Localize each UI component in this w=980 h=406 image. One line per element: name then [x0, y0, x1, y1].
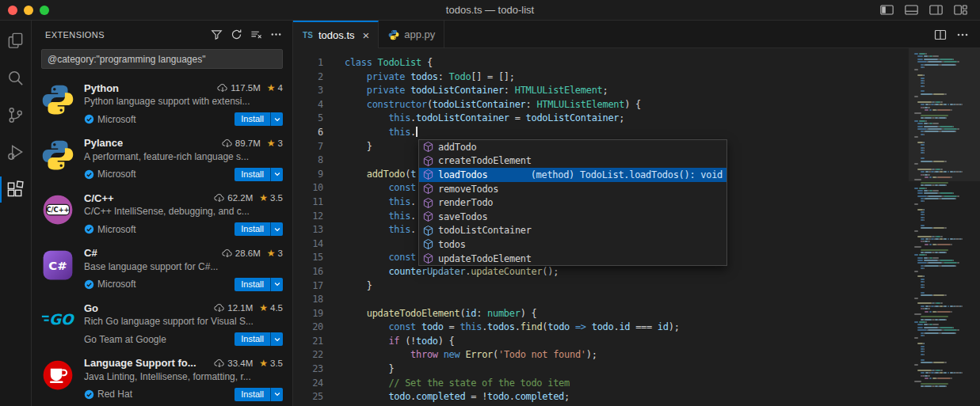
views-and-more-actions-button[interactable] [268, 26, 284, 43]
chevron-down-icon [273, 390, 281, 398]
install-dropdown-button[interactable] [270, 388, 283, 401]
suggestion-loadTodos[interactable]: loadTodos(method) TodoList.loadTodos(): … [419, 168, 726, 182]
line-content: updateTodoElement(id: number) { [323, 307, 536, 321]
extension-footer-row: MicrosoftInstall [84, 112, 283, 127]
line-content: const [323, 251, 416, 265]
install-button[interactable]: Install [235, 332, 270, 346]
toggle-secondary-sidebar-button[interactable] [929, 4, 943, 16]
line-content: } [323, 279, 372, 294]
debug-icon [6, 143, 25, 161]
extension-title-row: Language Support fo...33.4M★3.5 [84, 356, 283, 370]
more-actions-button[interactable] [956, 28, 969, 41]
suggestion-saveTodos[interactable]: saveTodos [419, 210, 726, 224]
sidebar-title: EXTENSIONS [45, 30, 208, 40]
line-content: const [323, 181, 416, 195]
install-button[interactable]: Install [235, 112, 270, 126]
line-content: this. [323, 223, 416, 237]
minimap-line [914, 383, 978, 385]
activity-bar-item-extensions[interactable] [0, 171, 31, 208]
toggle-primary-sidebar-button[interactable] [880, 4, 894, 16]
install-dropdown-button[interactable] [270, 168, 283, 181]
method-icon [422, 252, 434, 264]
extension-name: Language Support fo... [84, 357, 196, 369]
customize-layout-button[interactable] [954, 4, 967, 16]
refresh-icon [231, 28, 242, 40]
suggestion-label: todos [438, 239, 466, 250]
install-dropdown-button[interactable] [270, 332, 283, 346]
minimap-line [914, 354, 978, 355]
line-number: 19 [293, 307, 323, 321]
ellipsis-icon [956, 28, 969, 41]
extension-footer-row: MicrosoftInstall [84, 167, 283, 182]
refresh-button[interactable] [228, 26, 245, 43]
suggestion-createTodoElement[interactable]: createTodoElement [419, 154, 726, 169]
activity-bar-item-explorer[interactable] [0, 22, 31, 59]
install-button[interactable]: Install [235, 168, 270, 181]
line-number: 4 [293, 98, 323, 112]
extension-stats: 12.1M★4.5 [209, 302, 283, 313]
minimap-line [914, 184, 978, 186]
extension-row[interactable]: Pylance89.7M★3A performant, feature-rich… [32, 130, 292, 185]
suggestion-removeTodos[interactable]: removeTodos [419, 182, 726, 196]
install-button[interactable]: Install [235, 278, 270, 291]
extension-details: Pylance89.7M★3A performant, feature-rich… [84, 136, 283, 185]
minimap-line [914, 316, 978, 317]
extension-row[interactable]: C#C#28.6M★3Base language support for C#.… [32, 240, 292, 295]
minimap-line [914, 257, 978, 259]
tab-app-py[interactable]: app.py [379, 21, 444, 48]
suggestion-renderTodo[interactable]: renderTodo [419, 195, 726, 210]
tab-todos-ts[interactable]: TStodos.ts× [293, 21, 379, 48]
suggestion-label: addTodo [438, 142, 476, 153]
minimap-line [914, 254, 978, 256]
close-window-button[interactable] [8, 6, 17, 15]
extension-row[interactable]: GOGo12.1M★4.5Rich Go language support fo… [32, 294, 292, 350]
install-dropdown-button[interactable] [270, 222, 283, 236]
code-line: 22 throw new Error('Todo not found'); [293, 348, 980, 362]
extension-search-box[interactable] [41, 49, 283, 69]
split-editor-button[interactable] [934, 28, 947, 41]
editor-body[interactable]: 1class TodoList {2 private todos: Todo[]… [293, 48, 980, 406]
chevron-down-icon [273, 116, 281, 123]
install-dropdown-button[interactable] [270, 278, 283, 291]
suggestion-todos[interactable]: todos [419, 237, 726, 252]
extension-row[interactable]: Python117.5M★4Python language support wi… [32, 74, 292, 130]
star-icon: ★ [259, 358, 268, 369]
filter-extensions-button[interactable] [208, 26, 225, 43]
tab-close-button[interactable]: × [363, 29, 370, 41]
suggestion-updateTodoElement[interactable]: updateTodoElement [419, 252, 726, 266]
go-logo: GO [41, 303, 74, 336]
extension-name: Pylance [84, 137, 123, 149]
extension-search-input[interactable] [42, 54, 282, 65]
extension-row[interactable]: C/C++C/C++62.2M★3.5C/C++ IntelliSense, d… [32, 184, 292, 240]
minimap-line [914, 294, 978, 296]
install-button[interactable]: Install [235, 222, 270, 236]
install-button[interactable]: Install [235, 388, 270, 401]
code-line: 4 constructor(todoListContainer: HTMLULi… [293, 98, 980, 112]
clear-extension-search-results-button[interactable] [248, 26, 265, 43]
extension-title-row: C#28.6M★3 [84, 246, 283, 260]
line-content: } [323, 362, 394, 377]
line-content [323, 237, 345, 252]
install-dropdown-button[interactable] [270, 112, 283, 126]
rating-value: 4.5 [270, 303, 283, 313]
minimap-line [914, 335, 978, 336]
method-icon [422, 155, 434, 167]
suggestion-addTodo[interactable]: addTodo [419, 140, 726, 154]
activity-bar-item-source-control[interactable] [0, 97, 31, 134]
zoom-window-button[interactable] [40, 6, 49, 15]
minimap[interactable] [909, 48, 980, 406]
minimap-line [914, 311, 978, 313]
activity-bar-item-run-and-debug[interactable] [0, 134, 31, 171]
download-count: 89.7M [235, 138, 261, 148]
minimize-window-button[interactable] [24, 6, 33, 15]
cloud-download-icon [217, 82, 228, 93]
minimap-line [914, 308, 978, 309]
suggestion-label: loadTodos [438, 169, 487, 180]
method-icon [422, 169, 434, 180]
suggestion-todoListContainer[interactable]: todoListContainer [419, 224, 726, 238]
minimap-line [914, 233, 978, 234]
extension-row[interactable]: Language Support fo...33.4M★3.5Java Lint… [32, 350, 292, 405]
activity-bar-item-search[interactable] [0, 59, 31, 97]
ellipsis-icon [270, 28, 282, 40]
toggle-panel-button[interactable] [905, 4, 918, 16]
